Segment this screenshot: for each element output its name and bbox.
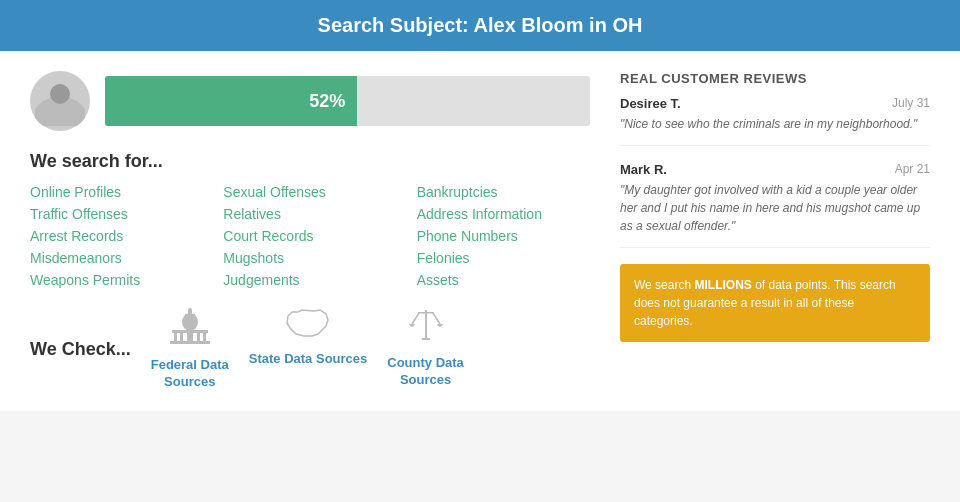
federal-label[interactable]: Federal DataSources bbox=[151, 357, 229, 391]
review-name-1: Desiree T. bbox=[620, 96, 681, 111]
review-item-2: Mark R. Apr 21 "My daughter got involved… bbox=[620, 162, 930, 248]
svg-line-16 bbox=[433, 313, 440, 324]
svg-point-10 bbox=[182, 313, 198, 331]
search-item-phone-numbers[interactable]: Phone Numbers bbox=[417, 228, 590, 244]
svg-point-12 bbox=[188, 308, 192, 312]
search-item-weapons-permits[interactable]: Weapons Permits bbox=[30, 272, 203, 288]
search-item-address-information[interactable]: Address Information bbox=[417, 206, 590, 222]
search-item-court-records[interactable]: Court Records bbox=[223, 228, 396, 244]
warning-box: We search MILLIONS of data points. This … bbox=[620, 264, 930, 342]
search-for-title: We search for... bbox=[30, 151, 590, 172]
reviews-title: REAL CUSTOMER REVIEWS bbox=[620, 71, 930, 86]
review-header-1: Desiree T. July 31 bbox=[620, 96, 930, 111]
county-label[interactable]: County DataSources bbox=[387, 355, 464, 389]
federal-icon bbox=[170, 308, 210, 353]
search-item-felonies[interactable]: Felonies bbox=[417, 250, 590, 266]
search-item-online-profiles[interactable]: Online Profiles bbox=[30, 184, 203, 200]
search-item-assets[interactable]: Assets bbox=[417, 272, 590, 288]
we-check-title: We Check... bbox=[30, 339, 131, 360]
review-name-2: Mark R. bbox=[620, 162, 667, 177]
search-item-arrest-records[interactable]: Arrest Records bbox=[30, 228, 203, 244]
svg-rect-14 bbox=[418, 312, 434, 314]
check-source-county: County DataSources bbox=[387, 308, 464, 391]
page-header: Search Subject: Alex Bloom in OH bbox=[0, 0, 960, 51]
main-content: 52% We search for... Online Profiles Sex… bbox=[0, 51, 960, 411]
search-item-misdemeanors[interactable]: Misdemeanors bbox=[30, 250, 203, 266]
progress-bar-fill: 52% bbox=[105, 76, 357, 126]
review-date-2: Apr 21 bbox=[895, 162, 930, 177]
svg-rect-9 bbox=[170, 341, 210, 344]
svg-point-1 bbox=[50, 84, 70, 104]
search-item-mugshots[interactable]: Mugshots bbox=[223, 250, 396, 266]
review-text-2: "My daughter got involved with a kid a c… bbox=[620, 181, 930, 235]
state-label[interactable]: State Data Sources bbox=[249, 351, 368, 368]
review-text-1: "Nice to see who the criminals are in my… bbox=[620, 115, 930, 133]
progress-area: 52% bbox=[30, 71, 590, 131]
avatar bbox=[30, 71, 90, 131]
search-items-grid: Online Profiles Sexual Offenses Bankrupt… bbox=[30, 184, 590, 288]
warning-bold: MILLIONS bbox=[694, 278, 751, 292]
county-icon bbox=[408, 308, 444, 351]
search-item-traffic-offenses[interactable]: Traffic Offenses bbox=[30, 206, 203, 222]
svg-line-15 bbox=[412, 313, 419, 324]
check-sources: Federal DataSources State Data Sources bbox=[151, 308, 464, 391]
search-item-bankruptcies[interactable]: Bankruptcies bbox=[417, 184, 590, 200]
progress-bar-container: 52% bbox=[105, 76, 590, 126]
review-item-1: Desiree T. July 31 "Nice to see who the … bbox=[620, 96, 930, 146]
state-icon bbox=[284, 308, 332, 347]
right-panel: REAL CUSTOMER REVIEWS Desiree T. July 31… bbox=[620, 71, 930, 391]
progress-label: 52% bbox=[309, 91, 345, 112]
search-item-sexual-offenses[interactable]: Sexual Offenses bbox=[223, 184, 396, 200]
warning-text: We search MILLIONS of data points. This … bbox=[634, 276, 916, 330]
check-source-state: State Data Sources bbox=[249, 308, 368, 391]
svg-rect-13 bbox=[425, 310, 427, 338]
review-header-2: Mark R. Apr 21 bbox=[620, 162, 930, 177]
page-title: Search Subject: Alex Bloom in OH bbox=[20, 14, 940, 37]
we-check-row: We Check... bbox=[30, 308, 590, 391]
svg-rect-17 bbox=[422, 338, 430, 340]
review-date-1: July 31 bbox=[892, 96, 930, 111]
check-source-federal: Federal DataSources bbox=[151, 308, 229, 391]
search-item-judgements[interactable]: Judgements bbox=[223, 272, 396, 288]
left-panel: 52% We search for... Online Profiles Sex… bbox=[30, 71, 590, 391]
search-item-relatives[interactable]: Relatives bbox=[223, 206, 396, 222]
